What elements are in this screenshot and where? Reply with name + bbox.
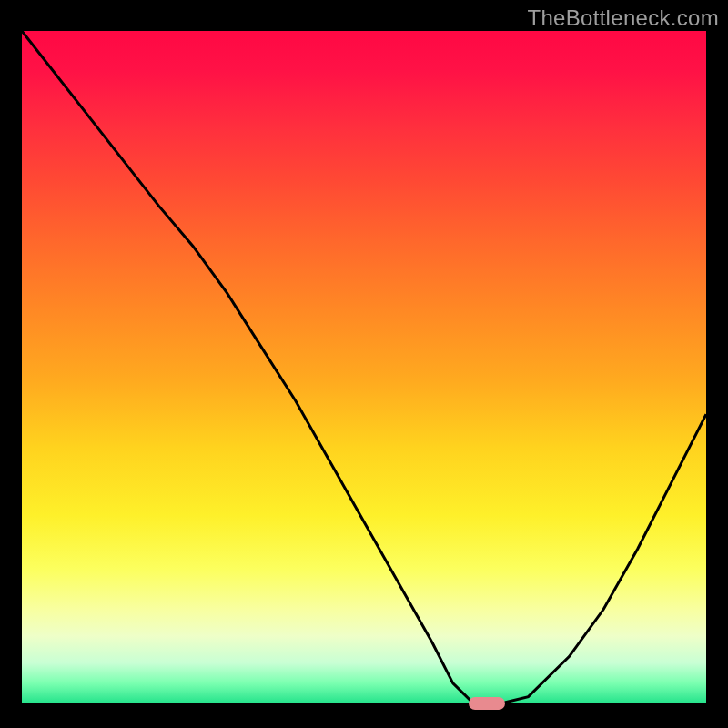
optimal-marker <box>469 697 505 710</box>
plot-gradient-area <box>22 31 706 703</box>
watermark-text: TheBottleneck.com <box>527 5 719 31</box>
bottleneck-curve <box>22 31 706 703</box>
